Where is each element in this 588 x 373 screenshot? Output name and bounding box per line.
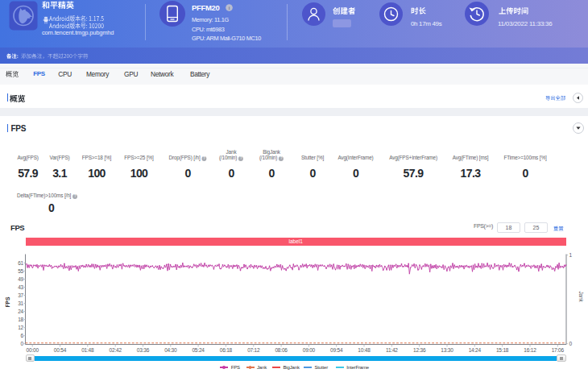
- svg-text:00:00: 00:00: [27, 347, 39, 353]
- svg-text:17:06: 17:06: [552, 347, 565, 353]
- svg-text:04:30: 04:30: [164, 347, 177, 353]
- svg-text:1: 1: [569, 252, 573, 258]
- svg-text:02:42: 02:42: [110, 347, 122, 353]
- svg-text:31: 31: [18, 300, 23, 306]
- svg-text:55: 55: [18, 268, 23, 274]
- svg-text:0: 0: [21, 341, 24, 346]
- svg-text:09:54: 09:54: [330, 347, 343, 353]
- svg-text:13:30: 13:30: [441, 347, 453, 353]
- svg-text:06:18: 06:18: [220, 347, 233, 353]
- svg-text:11:42: 11:42: [386, 347, 398, 353]
- svg-text:FPS: FPS: [5, 296, 10, 308]
- svg-text:24: 24: [18, 309, 23, 314]
- svg-text:0: 0: [569, 341, 573, 346]
- svg-text:05:24: 05:24: [192, 347, 205, 353]
- svg-text:10:48: 10:48: [358, 347, 371, 353]
- svg-text:07:12: 07:12: [247, 347, 260, 353]
- svg-text:12: 12: [18, 325, 23, 330]
- svg-text:43: 43: [18, 284, 23, 290]
- svg-text:12:36: 12:36: [413, 347, 426, 353]
- svg-text:00:54: 00:54: [54, 347, 67, 353]
- svg-text:18: 18: [18, 317, 23, 322]
- svg-text:14:24: 14:24: [469, 347, 482, 353]
- svg-text:01:48: 01:48: [81, 347, 94, 353]
- svg-text:03:36: 03:36: [137, 347, 150, 353]
- svg-text:09:00: 09:00: [303, 347, 316, 353]
- svg-text:61: 61: [18, 260, 23, 266]
- svg-text:49: 49: [18, 276, 23, 282]
- svg-text:08:06: 08:06: [275, 347, 288, 353]
- svg-text:6: 6: [21, 333, 24, 338]
- svg-text:Jank: Jank: [578, 292, 584, 303]
- svg-text:15:18: 15:18: [496, 347, 509, 353]
- svg-text:16:12: 16:12: [524, 347, 536, 353]
- svg-text:37: 37: [18, 292, 23, 298]
